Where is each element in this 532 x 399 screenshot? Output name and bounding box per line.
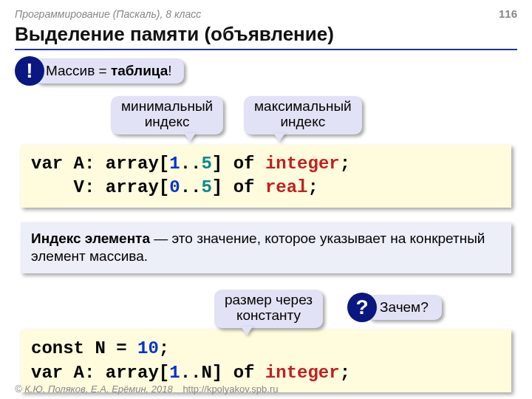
top-header: Программирование (Паскаль), 8 класс 116 [15,7,517,20]
code-literal: 10 [137,338,159,358]
size-via-const-label: размер через константу [214,290,323,328]
code-type: integer [265,154,340,174]
page-number: 116 [499,7,517,20]
code-type: real [265,177,308,197]
code-text: ; [159,338,169,358]
code-type: integer [265,363,340,383]
slide: Программирование (Паскаль), 8 класс 116 … [0,0,532,399]
index-labels-row: минимальный индекс максимальный индекс [15,96,517,145]
slide-title: Выделение памяти (объявление) [15,23,517,50]
copyright: © К.Ю. Поляков, Е.А. Ерёмин, 2018 [15,383,173,395]
exclamation-icon: ! [15,56,44,86]
code-text: const N [31,338,106,358]
max-index-l2: индекс [254,115,352,130]
code-literal: 1 [169,154,180,174]
content-area: ! Массив = таблица! минимальный индекс м… [15,56,517,392]
code-block-1: var A: array[1..5] of integer; V: array[… [21,145,511,208]
min-index-l2: индекс [121,115,213,130]
size-via-const-l2: константу [225,308,313,324]
footer-url: http://kpolyakov.spb.ru [183,383,278,395]
chevron-down-icon [184,133,196,142]
min-index-label: минимальный индекс [111,96,223,134]
code-text: .. [180,154,202,174]
const-row: размер через константу ? Зачем? [15,290,517,327]
array-table-pill: Массив = таблица! [34,58,184,83]
code-literal: 5 [201,154,211,174]
footer: © К.Ю. Поляков, Е.А. Ерёмин, 2018 http:/… [15,383,278,395]
code-literal: 0 [169,177,180,197]
code-literal: 1 [169,363,180,383]
code-text: var A: array[ [31,154,169,174]
code-text: ; [307,177,318,197]
chevron-down-icon [273,133,285,142]
question-icon: ? [347,293,377,322]
course-name: Программирование (Паскаль), 8 класс [15,8,201,20]
code-literal: 5 [201,177,211,197]
code-text: ; [340,363,350,383]
code-text: ] of [212,154,265,174]
array-equals-table: ! Массив = таблица! [15,56,517,86]
definition-box: Индекс элемента — это значение, которое … [21,222,511,273]
max-index-label: максимальный индекс [244,96,362,134]
size-via-const-l1: размер через [225,293,313,308]
code-text: var A: array[ [31,363,169,383]
code-text: .. [180,177,202,197]
definition-term: Индекс элемента [31,231,150,246]
code-text: = [106,338,137,358]
chevron-down-icon [241,327,253,335]
max-index-l1: максимальный [254,99,352,115]
why-group: ? Зачем? [347,293,442,322]
pill-text-bold: таблица [111,63,168,78]
code-text: ; [340,154,350,174]
why-pill: Зачем? [366,295,442,320]
pill-text-end: ! [168,63,171,78]
pill-text-plain: Массив = [46,63,111,78]
code-text: ] of [212,177,265,197]
code-text: V: array[ [31,177,169,197]
min-index-l1: минимальный [121,99,213,115]
code-text: ..N] of [180,363,265,383]
